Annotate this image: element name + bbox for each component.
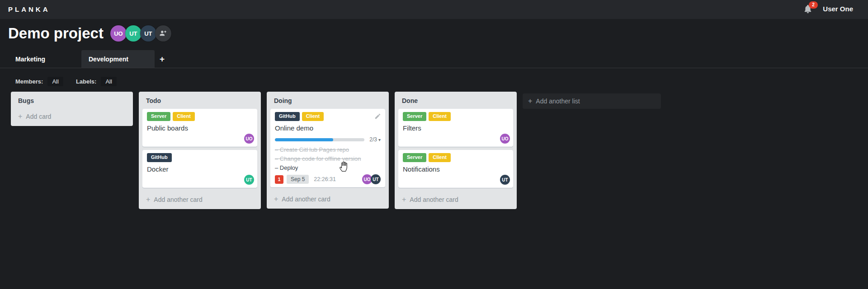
board-tabs: MarketingDevelopment+ <box>0 50 868 68</box>
progress-bar <box>275 138 364 141</box>
project-header: Demo project UOUTUT <box>8 23 171 43</box>
label-github[interactable]: GitHub <box>275 112 300 121</box>
card-members: UOUT <box>363 174 381 184</box>
add-card-button[interactable]: +Add another card <box>270 191 385 205</box>
add-list-button[interactable]: + Add another list <box>523 93 661 109</box>
members-filter-value[interactable]: All <box>47 77 63 86</box>
card-title: Public boards <box>147 124 253 132</box>
card-badges: 1Sep 522:26:31UOUT <box>275 174 381 184</box>
avatar[interactable]: UT <box>140 25 156 42</box>
plus-icon: + <box>18 112 22 121</box>
list-name[interactable]: Doing <box>270 95 385 109</box>
label-github[interactable]: GitHub <box>147 153 172 162</box>
task-item: Change code for offline version <box>275 154 381 163</box>
list-name[interactable]: Bugs <box>14 95 129 109</box>
labels-filter-value[interactable]: All <box>101 77 116 86</box>
plus-icon: + <box>402 196 406 204</box>
list-doing: DoingGitHubClientOnline demo2/3▾Create G… <box>267 92 389 209</box>
filter-bar: Members: All Labels: All <box>15 77 117 86</box>
list-name[interactable]: Todo <box>142 95 257 109</box>
card-online-demo[interactable]: GitHubClientOnline demo2/3▾Create GitHub… <box>270 109 385 187</box>
label-client[interactable]: Client <box>429 112 451 121</box>
card-public-boards[interactable]: ServerClientPublic boardsUO <box>142 109 257 147</box>
notification-count-badge: 2 <box>809 1 818 9</box>
card-notification-badge: 1 <box>275 175 283 184</box>
progress-fill <box>275 138 333 141</box>
board: Bugs+Add cardTodoServerClientPublic boar… <box>11 92 661 209</box>
project-title[interactable]: Demo project <box>8 23 104 43</box>
app-window: PLANKA 2 User One Demo project UOUTUT Ma… <box>0 0 868 289</box>
card-members: UO <box>245 134 254 144</box>
label-client[interactable]: Client <box>429 153 451 162</box>
card-notifications[interactable]: ServerClientNotificationsUT <box>398 150 513 188</box>
list-todo: TodoServerClientPublic boardsUOGitHubDoc… <box>139 92 261 209</box>
card-title: Filters <box>403 124 509 132</box>
card-docker[interactable]: GitHubDockerUT <box>142 150 257 188</box>
label-server[interactable]: Server <box>147 112 170 121</box>
task-item: Deploy <box>275 163 381 172</box>
plus-icon: + <box>528 97 532 105</box>
list-name[interactable]: Done <box>398 95 513 109</box>
due-date-badge[interactable]: Sep 5 <box>287 175 309 184</box>
label-server[interactable]: Server <box>403 112 426 121</box>
plus-icon: + <box>146 196 150 204</box>
avatar[interactable]: UO <box>110 25 127 42</box>
card-labels: ServerClient <box>147 112 253 121</box>
bell-icon <box>803 8 813 16</box>
card-title: Notifications <box>403 165 509 173</box>
card-members: UT <box>501 175 510 185</box>
add-card-button[interactable]: +Add card <box>14 109 129 122</box>
label-server[interactable]: Server <box>403 153 426 162</box>
add-card-label: Add another card <box>154 196 202 203</box>
card-labels: ServerClient <box>403 112 509 121</box>
task-list: Create GitHub Pages repoChange code for … <box>275 145 381 172</box>
add-list-label: Add another list <box>536 98 580 105</box>
label-client[interactable]: Client <box>302 112 324 121</box>
add-card-label: Add another card <box>410 196 458 203</box>
chevron-down-icon[interactable]: ▾ <box>378 137 381 142</box>
card-labels: GitHubClient <box>275 112 381 121</box>
timer-badge[interactable]: 22:26:31 <box>314 176 336 182</box>
list-done: DoneServerClientFiltersUOServerClientNot… <box>395 92 517 209</box>
avatar[interactable]: UT <box>371 174 381 184</box>
card-labels: GitHub <box>147 153 253 162</box>
notifications-button[interactable]: 2 <box>803 4 815 15</box>
add-card-button[interactable]: +Add another card <box>398 191 513 205</box>
add-card-button[interactable]: +Add another card <box>142 191 257 205</box>
avatar[interactable]: UT <box>125 25 142 42</box>
avatar[interactable]: UT <box>500 175 510 185</box>
avatar[interactable]: UT <box>244 175 254 185</box>
members-filter-label: Members: <box>15 78 43 85</box>
planka-logo[interactable]: PLANKA <box>8 5 50 13</box>
card-title: Docker <box>147 165 253 173</box>
labels-filter-label: Labels: <box>76 78 97 85</box>
card-labels: ServerClient <box>403 153 509 162</box>
tab-marketing[interactable]: Marketing <box>8 50 81 68</box>
task-item: Create GitHub Pages repo <box>275 145 381 154</box>
card-filters[interactable]: ServerClientFiltersUO <box>398 109 513 147</box>
progress-count[interactable]: 2/3 <box>369 136 377 143</box>
add-board-button[interactable]: + <box>160 50 165 68</box>
person-add-icon <box>159 29 167 37</box>
card-members: UO <box>501 134 510 144</box>
add-member-button[interactable] <box>155 25 171 42</box>
top-bar: PLANKA 2 User One <box>0 0 868 19</box>
list-bugs: Bugs+Add card <box>11 92 133 126</box>
add-card-label: Add card <box>26 113 51 120</box>
plus-icon: + <box>274 195 278 203</box>
label-client[interactable]: Client <box>173 112 195 121</box>
project-members: UOUTUT <box>112 25 171 42</box>
edit-card-icon[interactable] <box>374 113 381 121</box>
user-menu[interactable]: User One <box>823 5 853 13</box>
add-card-label: Add another card <box>282 196 330 203</box>
tab-development[interactable]: Development <box>81 50 155 68</box>
avatar[interactable]: UO <box>500 134 510 144</box>
card-title: Online demo <box>275 124 381 132</box>
avatar[interactable]: UO <box>244 134 254 144</box>
task-progress: 2/3▾ <box>275 136 381 143</box>
card-members: UT <box>245 175 254 185</box>
